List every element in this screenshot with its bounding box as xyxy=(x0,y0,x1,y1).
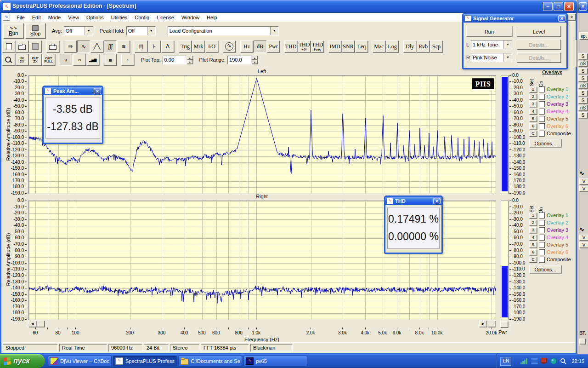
signal-generator-titlebar[interactable]: ∿ Signal Generator × xyxy=(464,14,566,23)
menu-item[interactable]: Help xyxy=(203,14,221,21)
thd-window-titlebar[interactable]: ∿ THD × xyxy=(385,197,441,205)
v-button-fragment[interactable]: V xyxy=(579,235,588,241)
left-details-button[interactable]: Details... xyxy=(517,40,561,50)
scroll-blank-button-right[interactable] xyxy=(487,321,495,327)
markers-button[interactable]: Mrk xyxy=(192,40,205,52)
background-box-fragment[interactable]: – xyxy=(579,339,586,344)
reverb-button[interactable]: Rvb xyxy=(417,40,430,52)
step-plot-style-button[interactable]: ⊓ xyxy=(73,54,86,66)
overlay-options-button-right[interactable]: Options... xyxy=(529,265,561,273)
zoom-in-2x-button[interactable]: IN 2X xyxy=(16,54,28,66)
print-button[interactable] xyxy=(46,40,59,52)
overlay-on-checkbox[interactable] xyxy=(539,86,545,92)
disk-stack-icon[interactable] xyxy=(531,358,538,364)
close-icon[interactable]: × xyxy=(94,88,101,94)
overlay-on-checkbox[interactable] xyxy=(539,131,545,137)
overlay-on-checkbox[interactable] xyxy=(539,109,545,115)
unit-button-fragment[interactable]: S xyxy=(578,98,588,104)
v-button-fragment[interactable]: V xyxy=(579,186,588,192)
overlay-set-button[interactable]: 5 xyxy=(529,116,537,122)
waterfall-view-button[interactable]: ∭ xyxy=(104,40,117,52)
spectrum-view-button[interactable]: ∿ xyxy=(77,40,90,52)
taskbar-task-button[interactable]: DjVu Viewer -- C:\Doc... xyxy=(48,356,112,367)
display-settings-button[interactable]: ▤ xyxy=(104,54,117,66)
zoom-out-full-button[interactable]: OUT FULL xyxy=(42,54,55,66)
taskbar-task-button[interactable]: SpectraPLUS Professi... xyxy=(113,356,177,367)
overlay-options-button-left[interactable]: Options... xyxy=(529,139,561,147)
unit-button-fragment[interactable]: nS xyxy=(578,83,588,89)
overlay-set-button[interactable]: 2 xyxy=(529,94,537,100)
generator-level-button[interactable]: Level xyxy=(517,26,561,37)
overlay-on-checkbox[interactable] xyxy=(539,213,545,218)
open-file-button[interactable] xyxy=(16,40,28,52)
load-configuration-select[interactable]: Load Configuration▼ xyxy=(168,26,279,35)
mdi-close-button[interactable]: × xyxy=(568,14,576,21)
menu-item[interactable]: Options xyxy=(83,14,107,21)
scroll-blank-button-left[interactable] xyxy=(37,321,45,327)
overlay-set-button[interactable]: 2 xyxy=(529,220,537,226)
close-icon[interactable]: × xyxy=(433,198,441,204)
zoom-button[interactable] xyxy=(2,54,15,66)
scale-ruler-button[interactable]: ⊦ xyxy=(148,40,161,52)
plot-range-input[interactable]: 190.0 xyxy=(227,56,251,64)
scroll-right-button[interactable]: ▶ xyxy=(479,321,487,327)
overlay-set-button[interactable]: 1 xyxy=(529,213,537,218)
taskbar-task-button[interactable]: pv65 xyxy=(243,356,307,367)
signal-generator-button[interactable] xyxy=(223,40,236,52)
display-options-button[interactable]: ▤ xyxy=(135,40,147,52)
overlay-on-checkbox[interactable] xyxy=(539,242,545,248)
macro-button[interactable]: Mac xyxy=(373,40,385,52)
zoom-out-2x-button[interactable]: OUT 2X xyxy=(29,54,42,66)
thd-freq-button[interactable]: THD Freq xyxy=(311,40,324,52)
overlay-set-button[interactable]: 1 xyxy=(529,86,537,92)
peak-window-titlebar[interactable]: ∿ Peak Am... × xyxy=(44,87,102,95)
menu-item[interactable]: Window xyxy=(178,14,203,21)
log-button[interactable]: Log xyxy=(386,40,399,52)
hz-units-button[interactable]: Hz xyxy=(240,40,253,52)
maximize-button[interactable]: □ xyxy=(554,2,563,11)
plot-range-spinner[interactable]: ▲▼ xyxy=(252,56,258,64)
taskbar-task-button[interactable]: C:\Documents and Se... xyxy=(178,356,242,367)
scroll-left-button[interactable]: ◀ xyxy=(28,321,36,327)
delay-button[interactable]: Dly xyxy=(403,40,416,52)
thd-button[interactable]: THD xyxy=(284,40,297,52)
overlay-on-checkbox[interactable] xyxy=(539,116,545,122)
right-details-button[interactable]: Details... xyxy=(517,52,561,63)
signal-bars-icon[interactable] xyxy=(520,358,528,364)
overlay-on-checkbox[interactable] xyxy=(539,123,545,129)
overlay-on-checkbox[interactable] xyxy=(539,227,545,233)
thd-n-button[interactable]: THD +N xyxy=(298,40,311,52)
chevron-down-icon[interactable]: ▼ xyxy=(503,40,512,49)
chevron-down-icon[interactable]: ▼ xyxy=(85,27,93,35)
overlay-set-button[interactable]: 5 xyxy=(529,242,537,248)
overlay-set-button[interactable]: 3 xyxy=(529,101,537,107)
sphere-icon[interactable] xyxy=(550,358,557,364)
imd-button[interactable]: IMD xyxy=(328,40,341,52)
close-button[interactable]: × xyxy=(564,2,574,11)
pwr-units-button[interactable]: Pwr xyxy=(267,40,280,52)
overlay-on-checkbox[interactable] xyxy=(539,235,545,241)
menu-item[interactable]: Edit xyxy=(28,14,45,21)
menu-item[interactable]: Mode xyxy=(45,14,65,21)
overlay-on-checkbox[interactable] xyxy=(539,94,545,100)
run-analyzer-button[interactable]: ⇛ xyxy=(64,40,77,52)
unit-button-fragment[interactable]: S xyxy=(578,112,588,118)
monitor-icon[interactable] xyxy=(541,358,548,364)
overlay-on-checkbox[interactable] xyxy=(539,257,545,263)
start-button[interactable]: пуск xyxy=(0,354,45,368)
overlay-on-checkbox[interactable] xyxy=(539,249,545,255)
overlay-set-button[interactable]: 4 xyxy=(529,109,537,115)
menu-item[interactable]: License xyxy=(153,14,178,21)
overlay-set-button[interactable]: 3 xyxy=(529,227,537,233)
new-file-button[interactable] xyxy=(2,40,15,52)
save-button[interactable] xyxy=(29,40,42,52)
snr-button[interactable]: SNR xyxy=(342,40,355,52)
scope-button[interactable]: Scp xyxy=(430,40,443,52)
meter-scroll-button[interactable] xyxy=(500,321,508,328)
overlay-set-button[interactable]: 4 xyxy=(529,235,537,241)
leq-button[interactable]: Leq xyxy=(355,40,368,52)
unit-button-fragment[interactable]: nS xyxy=(578,105,588,111)
close-icon[interactable]: × xyxy=(558,15,565,22)
stop-button[interactable]: Stop xyxy=(25,23,45,39)
chevron-down-icon[interactable]: ▼ xyxy=(503,53,512,62)
